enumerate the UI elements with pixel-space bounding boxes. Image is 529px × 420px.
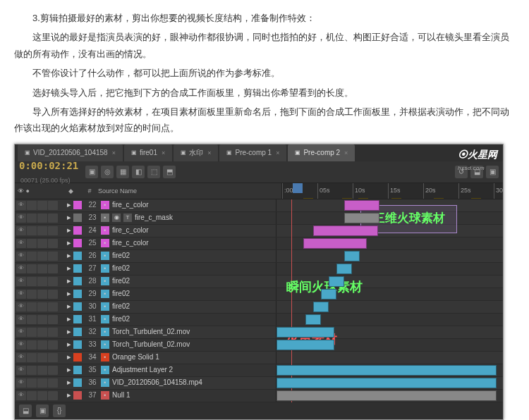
solo-toggle[interactable] (27, 214, 37, 223)
visibility-toggle[interactable] (16, 340, 26, 350)
toggle-switches-icon[interactable]: ▣ (36, 404, 49, 417)
visibility-toggle[interactable] (16, 391, 26, 400)
label-color[interactable] (73, 340, 82, 349)
lock-toggle[interactable] (37, 214, 47, 223)
timeline-clip[interactable] (344, 213, 379, 223)
timeline-clip[interactable] (336, 264, 352, 274)
visibility-toggle[interactable] (16, 353, 26, 362)
label-color[interactable] (73, 378, 82, 387)
solo-toggle[interactable] (27, 290, 37, 299)
layer-track[interactable] (276, 326, 503, 338)
shy-toggle[interactable] (48, 366, 58, 375)
layer-name[interactable]: ▪fire02 (101, 300, 130, 313)
layer-name[interactable]: ▪fire02 (101, 275, 130, 288)
timeline-clip[interactable] (276, 365, 497, 376)
visibility-toggle[interactable] (16, 378, 26, 388)
timeline-clip[interactable] (303, 238, 367, 249)
layer-name[interactable]: ▪Null 1 (101, 389, 130, 402)
label-color[interactable] (73, 353, 82, 362)
solo-toggle[interactable] (27, 315, 37, 324)
solo-toggle[interactable] (27, 239, 37, 248)
layer-row[interactable]: ▸28▪fire02 (15, 276, 503, 288)
timeline-clip[interactable] (276, 340, 334, 350)
layer-row[interactable]: ▸23▪◉Tfire_c_mask (15, 212, 503, 225)
layer-track[interactable] (276, 288, 503, 300)
expand-icon[interactable]: ▸ (67, 223, 71, 237)
layer-track[interactable] (276, 352, 503, 364)
expand-icon[interactable]: ▸ (67, 287, 71, 301)
timeline-clip[interactable] (344, 200, 379, 211)
timeline-clip[interactable] (344, 251, 360, 261)
comp-tab[interactable]: ▣水印× (174, 144, 218, 161)
layer-name[interactable]: ▪fire_c_color (101, 237, 149, 249)
solo-toggle[interactable] (27, 252, 37, 261)
visibility-toggle[interactable] (16, 239, 26, 248)
lock-toggle[interactable] (37, 378, 47, 388)
shy-toggle[interactable] (48, 201, 58, 210)
tool-icon[interactable]: ◧ (132, 166, 145, 178)
tool-icon[interactable]: ◎ (101, 166, 114, 178)
comp-tab[interactable]: ▣VID_20120506_104158× (18, 144, 123, 161)
expand-icon[interactable]: ▸ (67, 338, 71, 352)
shy-toggle[interactable] (48, 264, 58, 273)
visibility-toggle[interactable] (16, 290, 26, 299)
layer-name[interactable]: ▪fire02 (101, 288, 130, 300)
shy-toggle[interactable] (48, 214, 58, 223)
solo-toggle[interactable] (27, 302, 37, 311)
label-color[interactable] (73, 239, 82, 247)
tool-icon[interactable]: ▦ (116, 166, 129, 178)
expand-icon[interactable]: ▸ (67, 249, 71, 263)
label-color[interactable] (73, 391, 82, 400)
lock-toggle[interactable] (37, 315, 47, 324)
shy-toggle[interactable] (48, 252, 58, 261)
label-color[interactable] (73, 201, 82, 209)
shy-toggle[interactable] (48, 340, 58, 350)
layer-name[interactable]: ▪Torch_Turbulent_02.mov (101, 326, 190, 338)
lock-toggle[interactable] (37, 264, 47, 273)
solo-toggle[interactable] (27, 378, 37, 388)
comp-marker[interactable]: 1 (303, 198, 313, 199)
solo-toggle[interactable] (27, 340, 37, 350)
tool-icon[interactable]: ▣ (85, 166, 98, 178)
shy-toggle[interactable] (48, 226, 58, 235)
comp-marker[interactable]: 2 (434, 198, 444, 199)
layer-name[interactable]: ▪VID_20120506_104158.mp4 (101, 376, 202, 389)
shy-toggle[interactable] (48, 290, 58, 299)
solo-toggle[interactable] (27, 277, 37, 286)
expand-icon[interactable]: ▸ (67, 261, 71, 276)
lock-toggle[interactable] (37, 226, 47, 235)
solo-toggle[interactable] (27, 264, 37, 273)
visibility-toggle[interactable] (16, 264, 26, 273)
timeline-clip[interactable] (313, 302, 329, 312)
timeline-clip[interactable] (329, 276, 344, 287)
timeline-clip[interactable] (276, 390, 497, 401)
lock-toggle[interactable] (37, 302, 47, 311)
visibility-toggle[interactable] (16, 366, 26, 375)
visibility-toggle[interactable] (16, 315, 26, 324)
time-ruler[interactable]: :00s05s10s15s20s25s30s (282, 183, 503, 199)
lock-toggle[interactable] (37, 340, 47, 350)
visibility-toggle[interactable] (16, 328, 26, 337)
lock-toggle[interactable] (37, 391, 47, 400)
comp-tab[interactable]: ▣fire01× (124, 144, 172, 161)
layer-name[interactable]: ▪fire_c_color (101, 199, 149, 211)
layer-name[interactable]: ▪fire_c_color (101, 224, 149, 237)
layer-track[interactable] (276, 314, 503, 326)
layer-row[interactable]: ▸32▪Torch_Turbulent_02.mov (15, 326, 503, 339)
expand-icon[interactable]: ▸ (67, 299, 71, 314)
label-color[interactable] (73, 214, 82, 222)
comp-tab[interactable]: ▣Pre-comp 2× (288, 144, 355, 161)
playhead-icon[interactable] (293, 183, 303, 193)
layer-row[interactable]: ▸33▪Torch_Turbulent_02.mov (15, 339, 503, 352)
visibility-toggle[interactable] (16, 201, 26, 210)
lock-toggle[interactable] (37, 252, 47, 261)
expand-icon[interactable]: ▸ (67, 312, 71, 326)
lock-toggle[interactable] (37, 328, 47, 337)
shy-toggle[interactable] (48, 302, 58, 311)
label-color[interactable] (73, 264, 82, 273)
layer-row[interactable]: ▸36▪VID_20120506_104158.mp4 (15, 377, 503, 390)
timeline-clip[interactable] (305, 314, 321, 325)
layer-track[interactable] (276, 276, 503, 288)
layer-row[interactable]: ▸34▪Orange Solid 1 (15, 352, 503, 364)
expand-icon[interactable]: ▸ (67, 325, 71, 339)
